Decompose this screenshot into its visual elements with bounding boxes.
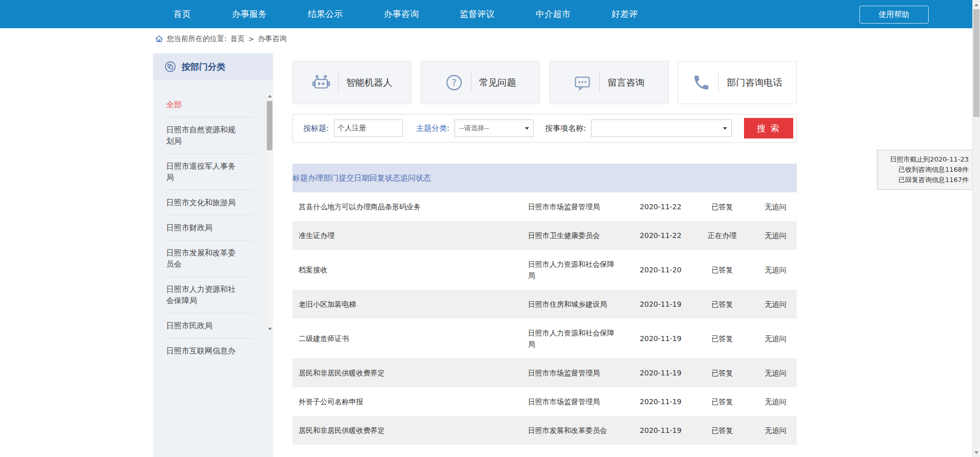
sidebar-title: 按部门分类 <box>182 61 225 73</box>
sidebar-item[interactable]: 日照市自然资源和规划局 <box>166 117 253 154</box>
table-row[interactable]: 准生证办理 日照市卫生健康委员会 2020-11-22 正在办理 无追问 <box>292 221 797 250</box>
title-filter-input[interactable] <box>334 120 403 137</box>
help-button[interactable]: 使用帮助 <box>859 6 929 24</box>
cell-submit-date: 2020-11-19 <box>631 324 690 353</box>
item-name-select[interactable] <box>591 120 732 137</box>
breadcrumb-separator: > <box>248 35 254 43</box>
column-header: 提交日期 <box>339 173 369 183</box>
cell-reply-status: 已答复 <box>690 324 754 353</box>
cell-reply-status: 已答复 <box>690 255 754 284</box>
sidebar-item[interactable]: 日照市发展和改革委员会 <box>166 241 253 277</box>
chevron-down-icon <box>723 127 727 130</box>
nav-item[interactable]: 办事服务 <box>232 8 267 20</box>
table-row[interactable]: 档案接收 日照市人力资源和社会保障局 2020-11-20 已答复 无追问 <box>292 250 797 290</box>
table-row[interactable]: 外资子公司名称申报 日照市市场监督管理局 2020-11-19 已答复 无追问 <box>292 387 797 416</box>
cell-followup-status: 无追问 <box>754 324 797 353</box>
quick-link-card[interactable]: ? 常见问题 <box>421 61 540 104</box>
nav-item[interactable]: 中介超市 <box>536 8 571 20</box>
sidebar-item[interactable]: 日照市人力资源和社会保障局 <box>166 277 253 313</box>
cell-reply-status: 已答复 <box>690 290 754 319</box>
column-header: 回复状态 <box>369 173 400 183</box>
cell-submit-date: 2020-11-19 <box>631 290 690 319</box>
cell-followup-status: 无追问 <box>754 255 797 284</box>
sidebar-item-label: 全部 <box>166 99 238 110</box>
scroll-down-icon[interactable] <box>266 326 273 332</box>
cell-submit-date: 2020-11-19 <box>631 416 690 445</box>
message-icon <box>573 73 592 92</box>
nav-item[interactable]: 监督评议 <box>460 8 495 20</box>
consultation-page: 首页 办事服务 结果公示 办事咨询 监督评议 中介超市 好差评 使用帮助 您当前… <box>0 0 980 457</box>
department-list: 全部 日照市自然资源和规划局 日照市退役军人事务局 日照市文化和旅游局 日照市财… <box>153 80 273 363</box>
scroll-up-icon[interactable] <box>973 1 980 8</box>
nav-item[interactable]: 办事咨询 <box>384 8 419 20</box>
cell-followup-status: 无追问 <box>754 192 797 221</box>
quick-link-card[interactable]: ? 留言咨询 <box>550 61 669 104</box>
cell-title[interactable]: 二级建造师证书 <box>292 324 521 353</box>
category-select[interactable]: --请选择-- <box>455 120 534 137</box>
sidebar-scrollbar[interactable] <box>266 93 273 332</box>
search-panel: 按标题: 主题分类: --请选择-- 按事项名称: 搜 索 <box>292 114 797 143</box>
cell-submit-date: 2020-11-22 <box>631 221 690 250</box>
cell-followup-status: 无追问 <box>754 387 797 416</box>
category-icon <box>164 61 177 73</box>
nav-item[interactable]: 首页 <box>173 8 191 20</box>
cell-followup-status: 无追问 <box>754 359 797 387</box>
scroll-up-icon[interactable] <box>266 93 273 100</box>
cell-followup-status: 无追问 <box>754 416 797 445</box>
breadcrumb-prefix: 您当前所在的位置: <box>167 34 227 44</box>
table-row[interactable]: 居民和非居民供暖收费界定 日照市市场监督管理局 2020-11-19 已答复 无… <box>292 359 797 387</box>
page-scrollbar-thumb[interactable] <box>973 9 979 117</box>
cell-followup-status: 无追问 <box>754 221 797 250</box>
cell-title[interactable]: 居民和非居民供暖收费界定 <box>292 416 521 445</box>
table-row[interactable]: 老旧小区加装电梯 日照市住房和城乡建设局 2020-11-19 已答复 无追问 <box>292 290 797 319</box>
quick-link-label: 留言咨询 <box>607 76 644 89</box>
cell-department: 日照市卫生健康委员会 <box>521 221 631 250</box>
cell-title[interactable]: 居民和非居民供暖收费界定 <box>292 359 521 387</box>
cell-reply-status: 已答复 <box>690 387 754 416</box>
table-header-row: 标题 办理部门 提交日期 回复状态 追问状态 <box>292 164 797 192</box>
question-icon: ? <box>445 73 463 92</box>
scroll-down-icon[interactable] <box>973 449 980 456</box>
quick-link-card[interactable]: ? 智能机器人 <box>292 61 411 104</box>
column-header: 办理部门 <box>308 173 339 183</box>
stats-line-2: 已收到咨询信息1168件 <box>880 165 969 175</box>
sidebar-item[interactable]: 日照市民政局 <box>166 313 253 339</box>
cell-title[interactable]: 莒县什么地方可以办理商品条形码业务 <box>292 192 521 221</box>
search-button[interactable]: 搜 索 <box>744 118 793 138</box>
nav-item[interactable]: 结果公示 <box>308 8 343 20</box>
breadcrumb-home-link[interactable]: 首页 <box>230 34 245 44</box>
sidebar-item[interactable]: 日照市退役军人事务局 <box>166 154 253 190</box>
quick-link-label: 智能机器人 <box>346 76 393 89</box>
cell-title[interactable]: 老旧小区加装电梯 <box>292 290 521 319</box>
table-body: 莒县什么地方可以办理商品条形码业务 日照市市场监督管理局 2020-11-22 … <box>292 192 797 445</box>
sidebar-item-label: 日照市文化和旅游局 <box>166 197 238 208</box>
table-row[interactable]: 居民和非居民供暖收费界定 日照市发展和改革委员会 2020-11-19 已答复 … <box>292 416 797 445</box>
nav-item[interactable]: 好差评 <box>612 8 638 20</box>
table-row[interactable]: 二级建造师证书 日照市人力资源和社会保障局 2020-11-19 已答复 无追问 <box>292 319 797 359</box>
stats-box: 日照市截止到2020-11-23 已收到咨询信息1168件 已回复咨询信息116… <box>877 150 973 190</box>
sidebar-header: 按部门分类 <box>153 53 273 80</box>
department-sidebar: 按部门分类 全部 日照市自然资源和规划局 日照市退役军人事务局 日照市文化和旅游… <box>153 53 273 457</box>
cell-department: 日照市住房和城乡建设局 <box>521 290 631 319</box>
table-row[interactable]: 莒县什么地方可以办理商品条形码业务 日照市市场监督管理局 2020-11-22 … <box>292 192 797 221</box>
sidebar-item-label: 日照市互联网信息办 <box>166 345 238 356</box>
sidebar-scrollbar-thumb[interactable] <box>267 101 272 150</box>
cell-submit-date: 2020-11-19 <box>631 359 690 387</box>
sidebar-item[interactable]: 日照市财政局 <box>166 215 253 241</box>
sidebar-item-label: 日照市民政局 <box>166 320 238 331</box>
cell-title[interactable]: 档案接收 <box>292 255 521 284</box>
cell-title[interactable]: 外资子公司名称申报 <box>292 387 521 416</box>
category-filter-label: 主题分类: <box>416 124 449 133</box>
cell-department: 日照市市场监督管理局 <box>521 387 631 416</box>
sidebar-item[interactable]: 全部 <box>166 92 253 117</box>
cell-title[interactable]: 准生证办理 <box>292 221 521 250</box>
column-header: 追问状态 <box>400 173 431 183</box>
sidebar-item[interactable]: 日照市互联网信息办 <box>166 339 253 363</box>
sidebar-item[interactable]: 日照市文化和旅游局 <box>166 190 253 215</box>
main-nav: 首页 办事服务 结果公示 办事咨询 监督评议 中介超市 好差评 <box>173 0 638 28</box>
quick-link-label: 常见问题 <box>479 76 516 89</box>
page-scrollbar[interactable] <box>972 0 980 457</box>
quick-link-card[interactable]: ? 部门咨询电话 <box>678 61 797 104</box>
home-icon <box>155 35 163 43</box>
sidebar-item-label: 日照市人力资源和社会保障局 <box>166 284 238 306</box>
